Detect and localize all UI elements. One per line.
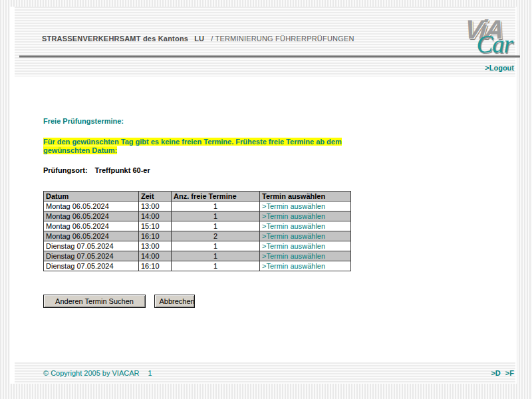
page-card: STRASSENVERKEHRSAMT des KantonsLU/ TERMI… [10,7,517,384]
cell-zeit: 16:10 [139,231,172,241]
button-row: Anderen Termin Suchen Abbrechen [43,295,195,308]
termin-auswaehlen-link[interactable]: >Termin auswählen [262,252,325,260]
cell-anzahl: 1 [172,241,260,251]
cell-link: >Termin auswählen [260,241,351,251]
column-header-auswahl: Termin auswählen [260,192,351,201]
cell-zeit: 16:10 [139,261,172,271]
cell-anzahl: 1 [172,251,260,261]
notice-highlighted-text: Für den gewünschten Tag gibt es keine fr… [43,138,342,154]
table-row: Dienstag 07.05.202416:101>Termin auswähl… [44,261,351,271]
no-appointments-notice: Für den gewünschten Tag gibt es keine fr… [43,138,346,155]
appointments-table: Datum Zeit Anz. freie Termine Termin aus… [43,191,351,271]
cell-anzahl: 1 [172,221,260,231]
cell-datum: Dienstag 07.05.2024 [44,241,139,251]
termin-auswaehlen-link[interactable]: >Termin auswählen [262,262,325,270]
column-header-datum: Datum [44,192,139,201]
table-header-row: Datum Zeit Anz. freie Termine Termin aus… [44,192,351,201]
table-row: Montag 06.05.202416:102>Termin auswählen [44,231,351,241]
appointments-table-header: Datum Zeit Anz. freie Termine Termin aus… [44,192,351,201]
language-link-german[interactable]: >D [491,369,500,377]
cell-anzahl: 2 [172,231,260,241]
page-title-office: STRASSENVERKEHRSAMT des Kantons [42,35,188,43]
cell-zeit: 14:00 [139,251,172,261]
cell-anzahl: 1 [172,211,260,221]
cell-link: >Termin auswählen [260,211,351,221]
cell-anzahl: 1 [172,201,260,211]
page-title-section: / TERMINIERUNG FÜHRERPRÜFUNGEN [211,35,354,43]
table-row: Dienstag 07.05.202413:001>Termin auswähl… [44,241,351,251]
cell-datum: Montag 06.05.2024 [44,231,139,241]
copyright-text: © Copyright 2005 by VIACAR1 [43,369,152,377]
free-appointments-heading: Freie Prüfungstermine: [43,117,124,125]
cell-datum: Dienstag 07.05.2024 [44,261,139,271]
cell-datum: Montag 06.05.2024 [44,221,139,231]
cell-link: >Termin auswählen [260,201,351,211]
logout-link[interactable]: >Logout [485,64,514,72]
column-header-anzahl: Anz. freie Termine [172,192,260,201]
cell-anzahl: 1 [172,261,260,271]
termin-auswaehlen-link[interactable]: >Termin auswählen [262,232,325,240]
exam-location-line: Prüfungsort:Treffpunkt 60-er [43,166,150,174]
language-link-french[interactable]: >F [505,369,514,377]
exam-location-label: Prüfungsort: [43,166,88,174]
cell-zeit: 15:10 [139,221,172,231]
viacar-logo-car-text: Car [476,32,513,57]
search-other-appointment-button[interactable]: Anderen Termin Suchen [43,295,146,308]
viacar-logo: ViA Car [448,15,514,61]
cell-link: >Termin auswählen [260,251,351,261]
page-title-canton: LU [194,35,204,43]
termin-auswaehlen-link[interactable]: >Termin auswählen [262,212,325,220]
table-row: Dienstag 07.05.202414:001>Termin auswähl… [44,251,351,261]
termin-auswaehlen-link[interactable]: >Termin auswählen [262,222,325,230]
header-divider [19,55,520,58]
termine-table-body: Montag 06.05.202413:001>Termin auswählen… [44,201,351,271]
table-row: Montag 06.05.202415:101>Termin auswählen [44,221,351,231]
page-number: 1 [148,369,152,377]
cell-link: >Termin auswählen [260,261,351,271]
cell-link: >Termin auswählen [260,221,351,231]
header-band: STRASSENVERKEHRSAMT des KantonsLU/ TERMI… [15,7,515,76]
cell-datum: Montag 06.05.2024 [44,211,139,221]
table-row: Montag 06.05.202414:001>Termin auswählen [44,211,351,221]
table-row: Montag 06.05.202413:001>Termin auswählen [44,201,351,211]
page-title: STRASSENVERKEHRSAMT des KantonsLU/ TERMI… [42,35,354,43]
cancel-button[interactable]: Abbrechen [154,295,195,308]
termin-auswaehlen-link[interactable]: >Termin auswählen [262,202,325,210]
cell-zeit: 13:00 [139,201,172,211]
exam-location-value: Treffpunkt 60-er [95,166,150,174]
cell-zeit: 14:00 [139,211,172,221]
cell-link: >Termin auswählen [260,231,351,241]
copyright-label: © Copyright 2005 by VIACAR [43,369,139,377]
cell-datum: Montag 06.05.2024 [44,201,139,211]
language-links: >D >F [491,369,514,377]
column-header-zeit: Zeit [139,192,172,201]
termin-auswaehlen-link[interactable]: >Termin auswählen [262,242,325,250]
cell-datum: Dienstag 07.05.2024 [44,251,139,261]
footer-band: © Copyright 2005 by VIACAR1 >D >F [15,362,515,384]
cell-zeit: 13:00 [139,241,172,251]
